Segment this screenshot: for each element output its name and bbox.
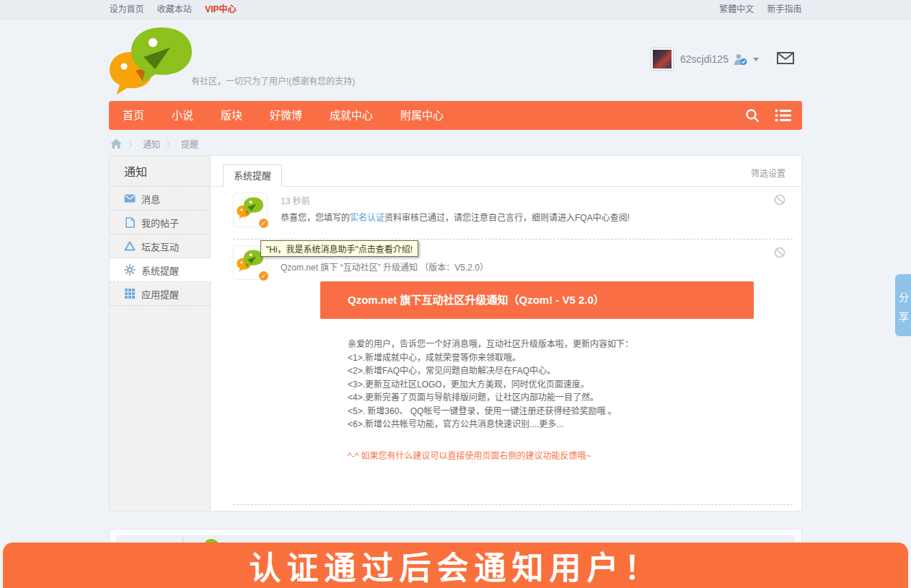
sidebar-item-label: 坛友互动	[141, 240, 179, 253]
logo-icon	[107, 26, 196, 98]
nav-item-home[interactable]: 首页	[109, 101, 158, 130]
upgrade-body: 亲爱的用户，告诉您一个好消息哦，互动社区升级版本啦，更新内容如下： <1>.新增…	[348, 338, 633, 431]
sidebar-item-label: 系统提醒	[141, 263, 179, 277]
top-utility-bar: 设为首页 收藏本站 VIP中心 繁體中文 新手指南	[0, 0, 911, 19]
upgrade-banner: Qzom.net 旗下互动社区升级通知（Qzom! - V5 2.0）	[320, 281, 754, 319]
topbar-left-links: 设为首页 收藏本站 VIP中心	[110, 0, 247, 19]
beginner-guide-link[interactable]: 新手指南	[767, 4, 801, 14]
breadcrumb-reminder[interactable]: 提醒	[181, 138, 198, 150]
realname-auth-link[interactable]: 实名认证	[350, 213, 384, 223]
list-icon[interactable]	[775, 108, 792, 123]
gear-icon	[124, 264, 136, 276]
bookmark-site-link[interactable]: 收藏本站	[157, 4, 192, 14]
sidebar-item-messages[interactable]: 消息	[110, 187, 210, 211]
body-line: <3>.更新互动社区LOGO，更加大方美观，同时优化页面速度。	[348, 378, 633, 392]
traditional-chinese-link[interactable]: 繁體中文	[719, 4, 754, 14]
envelope-icon	[124, 193, 136, 204]
notification-row: ✓ 13 秒前 恭喜您，您填写的实名认证资料审核已通过，请您注意自己言行，细则请…	[211, 187, 801, 240]
annotation-banner: 认证通过后会通知用户！	[3, 543, 908, 588]
site-tagline: 有社区，一切只为了用户!(感谢有您的支持)	[191, 74, 355, 87]
body-line: <2>.新增FAQ中心，常见问题自助解决尽在FAQ中心。	[348, 364, 633, 378]
breadcrumb-separator: 〉	[167, 138, 175, 149]
site-logo[interactable]	[107, 26, 196, 98]
body-line: <1>.新增成就中心，成就荣誉等你来领取哦。	[348, 351, 633, 365]
user-avatar[interactable]	[651, 48, 673, 70]
reminder-content: 系统提醒 筛选设置 ✓ 13 秒前 恭喜您，您填写的实名认证资料审核已通过，请您…	[211, 156, 801, 511]
body-line: <5>. 新增360、 QQ帐号一键登录，使用一键注册还获得经验奖励哦 。	[348, 405, 633, 418]
recycle-icon	[124, 240, 136, 252]
topbar-right-links: 繁體中文 新手指南	[708, 0, 801, 19]
check-badge-icon: ✓	[258, 217, 270, 229]
sidebar-item-member-interaction[interactable]: 坛友互动	[110, 234, 210, 258]
sidebar-item-my-posts[interactable]: 我的帖子	[110, 211, 210, 234]
notification-message: 恭喜您，您填写的实名认证资料审核已通过，请您注意自己言行，细则请进入FQA中心查…	[281, 211, 630, 223]
block-icon[interactable]	[774, 247, 785, 261]
body-line: <4>.更新完善了页面与导航排版问题，让社区内部功能一目了然。	[348, 391, 633, 405]
nav-item-forum[interactable]: 版块	[207, 101, 256, 130]
home-icon[interactable]	[110, 139, 122, 149]
tab-system-reminders[interactable]: 系统提醒	[223, 164, 282, 187]
tab-row: 系统提醒 筛选设置	[211, 156, 801, 187]
nav-item-affiliate-center[interactable]: 附属中心	[387, 101, 457, 130]
verified-badge-icon	[734, 53, 747, 66]
system-avatar[interactable]: ✓	[233, 193, 268, 227]
message-text: 恭喜您，您填写的	[281, 213, 350, 223]
nav-item-microblog[interactable]: 好微博	[256, 101, 316, 130]
user-block: 62scjdi125	[651, 48, 759, 71]
message-text: 资料审核已通过，请您注意自己言行，细则请进入FQA中心查阅!	[384, 213, 630, 223]
breadcrumb-notice[interactable]: 通知	[143, 138, 160, 150]
sidebar-item-system-reminders[interactable]: 系统提醒	[110, 258, 211, 282]
body-line: <6>.新增公共帐号功能，官方公共消息快速识别....更多...	[348, 418, 633, 431]
block-icon[interactable]	[774, 194, 785, 209]
filter-settings-link[interactable]: 筛选设置	[751, 167, 785, 179]
document-icon	[124, 216, 136, 228]
nav-item-novel[interactable]: 小说	[158, 101, 207, 130]
notification-time: 13 秒前	[281, 194, 310, 206]
nav-item-achievement-center[interactable]: 成就中心	[316, 101, 387, 130]
share-tab[interactable]: 分享	[895, 274, 911, 336]
breadcrumb: 〉 通知 〉 提醒	[110, 136, 198, 151]
set-homepage-link[interactable]: 设为首页	[110, 4, 144, 14]
upgrade-notice-title: Qzom.net 旗下 “互动社区” 升级通知 （版本：V5.2.0）	[281, 260, 488, 273]
dropdown-caret-icon[interactable]	[753, 58, 759, 61]
grid-icon	[124, 288, 136, 299]
notification-row: ✓ "Hi，我是系统消息助手"点击查看介绍! Qzom.net 旗下 “互动社区…	[211, 240, 801, 511]
notice-sidebar: 通知 消息 我的帖子	[110, 156, 211, 511]
breadcrumb-separator: 〉	[128, 138, 136, 149]
row-divider	[233, 504, 793, 505]
sidebar-item-label: 消息	[141, 192, 160, 206]
sidebar-title: 通知	[110, 156, 210, 187]
check-badge-icon: ✓	[258, 270, 270, 282]
sidebar-item-app-reminders[interactable]: 应用提醒	[110, 282, 210, 306]
search-icon[interactable]	[744, 107, 760, 123]
sidebar-item-label: 我的帖子	[141, 216, 179, 229]
vip-center-link[interactable]: VIP中心	[205, 4, 236, 14]
feedback-note: ^-^ 如果您有什么建议可以直接使用页面右侧的建议功能反馈哦~	[348, 449, 591, 461]
main-panel: 通知 消息 我的帖子	[109, 155, 802, 512]
username[interactable]: 62scjdi125	[680, 53, 729, 65]
mail-icon[interactable]	[777, 52, 794, 67]
body-line: 亲爱的用户，告诉您一个好消息哦，互动社区升级版本啦，更新内容如下：	[348, 338, 633, 351]
system-helper-tooltip[interactable]: "Hi，我是系统消息助手"点击查看介绍!	[260, 240, 418, 257]
main-nav: 首页 小说 版块 好微博 成就中心 附属中心	[109, 101, 802, 130]
sidebar-item-label: 应用提醒	[141, 287, 179, 301]
